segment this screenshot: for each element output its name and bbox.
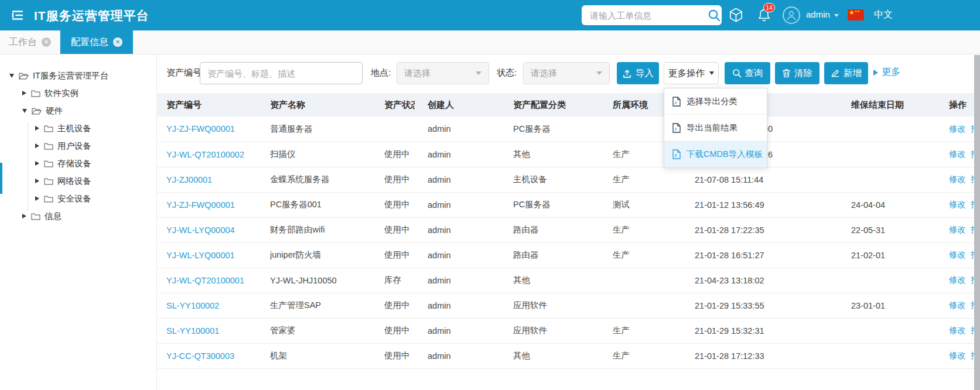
asset-id-link[interactable]: YJ-ZJ00001 bbox=[166, 175, 212, 184]
creator-cell: admin bbox=[415, 293, 513, 318]
close-tab-icon[interactable]: ✕ bbox=[113, 37, 122, 47]
expand-arrow-icon[interactable] bbox=[35, 143, 39, 148]
edit-link[interactable]: 修改 bbox=[949, 275, 966, 285]
actions-cell: 修改报 bbox=[937, 318, 974, 343]
asset-id-link[interactable]: SL-YY100002 bbox=[166, 301, 219, 310]
asset-name-cell: 财务部路由wifi bbox=[270, 217, 384, 242]
edit-link[interactable]: 修改 bbox=[949, 300, 966, 310]
asset-id-link[interactable]: YJ-CC-QT300003 bbox=[166, 351, 234, 361]
expand-arrow-icon[interactable] bbox=[22, 109, 27, 113]
asset-status-cell: 使用中 bbox=[384, 167, 415, 192]
search-icon[interactable] bbox=[708, 9, 721, 22]
expand-arrow-icon[interactable] bbox=[22, 91, 26, 95]
edit-link[interactable]: 修改 bbox=[949, 124, 966, 134]
order-search-input[interactable] bbox=[589, 10, 708, 21]
notifications-bell-icon[interactable]: 14 bbox=[757, 8, 772, 23]
expand-arrow-icon[interactable] bbox=[35, 126, 39, 131]
menu-item-download-cmdb-template[interactable]: x下载CMDB导入模板 bbox=[664, 141, 767, 167]
asset-id-cell: YJ-ZJ00001 bbox=[158, 167, 270, 192]
tree-item[interactable]: 软件实例 bbox=[0, 84, 156, 102]
language-switcher[interactable]: 中文 bbox=[874, 9, 893, 21]
folder-icon-wrap bbox=[31, 213, 45, 220]
edit-link[interactable]: 修改 bbox=[949, 200, 966, 209]
import-button[interactable]: 导入 bbox=[617, 62, 659, 84]
create-time-cell: 21-01-28 17:12:33 bbox=[695, 343, 851, 368]
more-operations-button[interactable]: 更多操作 bbox=[664, 62, 719, 84]
username-menu[interactable]: admin bbox=[806, 9, 839, 19]
warranty-end-cell: 23-01-01 bbox=[851, 293, 937, 318]
expand-arrow-icon[interactable] bbox=[35, 161, 39, 166]
tree-item[interactable]: 信息 bbox=[0, 207, 156, 225]
close-tab-icon[interactable]: ✕ bbox=[42, 37, 51, 47]
tree-item[interactable]: 用户设备 bbox=[0, 137, 156, 155]
asset-status-cell: 使用中 bbox=[384, 217, 415, 242]
expand-arrow-icon[interactable] bbox=[35, 196, 39, 201]
folder-icon-wrap bbox=[19, 72, 33, 80]
category-cell: 应用软件 bbox=[513, 318, 613, 343]
asset-id-link[interactable]: YJ-ZJ-FWQ00001 bbox=[166, 124, 235, 134]
actions-cell: 修改报 bbox=[937, 217, 974, 242]
apps-cube-icon[interactable] bbox=[728, 7, 744, 25]
table-row: YJ-ZJ00001金蝶系统服务器使用中admin主机设备生产21-07-08 … bbox=[158, 167, 974, 192]
edit-link[interactable]: 修改 bbox=[949, 326, 966, 335]
user-avatar[interactable] bbox=[783, 6, 800, 24]
folder-icon bbox=[44, 125, 53, 132]
asset-name-cell: 生产管理SAP bbox=[270, 293, 384, 318]
more-filters-link[interactable]: 更多 bbox=[873, 66, 900, 78]
asset-id-link[interactable]: YJ-WL-LYQ00004 bbox=[166, 225, 235, 235]
tree-item[interactable]: IT服务运营管理平台 bbox=[0, 67, 156, 84]
username-label: admin bbox=[806, 9, 830, 19]
column-header: 资产编号 bbox=[158, 93, 270, 117]
column-header: 操作 bbox=[937, 93, 974, 117]
tree-item[interactable]: 存储设备 bbox=[0, 155, 156, 172]
asset-name-cell: YJ-WL-JHJ10050 bbox=[270, 268, 384, 293]
asset-no-input[interactable] bbox=[200, 62, 363, 84]
tree-item[interactable]: 网络设备 bbox=[0, 172, 156, 190]
location-select[interactable]: 请选择 bbox=[397, 62, 489, 84]
menu-item-export-current-result[interactable]: x导出当前结果 bbox=[664, 115, 767, 141]
asset-id-link[interactable]: SL-YY100001 bbox=[166, 326, 219, 336]
category-cell: 其他 bbox=[513, 142, 613, 167]
clear-button[interactable]: 清除 bbox=[775, 62, 819, 84]
vertical-scrollbar[interactable] bbox=[974, 55, 980, 390]
expand-arrow-icon[interactable] bbox=[22, 214, 26, 218]
warranty-end-cell: 21-02-01 bbox=[851, 242, 937, 268]
create-time-cell: 21-01-12 13:56:49 bbox=[695, 192, 851, 217]
query-button[interactable]: 查询 bbox=[725, 62, 770, 84]
asset-id-link[interactable]: YJ-WL-LYQ00001 bbox=[166, 251, 235, 260]
edit-link[interactable]: 修改 bbox=[949, 351, 966, 360]
status-select[interactable]: 请选择 bbox=[523, 62, 610, 84]
environment-cell: 生产 bbox=[613, 242, 695, 268]
open-folder-icon bbox=[19, 72, 29, 80]
edit-link[interactable]: 修改 bbox=[949, 250, 966, 259]
asset-id-link[interactable]: YJ-WL-QT20100001 bbox=[166, 276, 244, 285]
excel-file-icon-wrap: x bbox=[672, 97, 681, 107]
excel-file-icon-wrap: x bbox=[672, 123, 681, 133]
china-flag-icon[interactable]: ★★★ bbox=[848, 9, 864, 20]
folder-icon-wrap bbox=[31, 90, 45, 97]
tab-config-info[interactable]: 配置信息 ✕ bbox=[60, 30, 133, 54]
menu-item-label: 选择导出分类 bbox=[687, 96, 737, 107]
environment-cell: 生产 bbox=[613, 217, 695, 242]
edit-link[interactable]: 修改 bbox=[949, 149, 966, 159]
tree-item[interactable]: 硬件 bbox=[0, 102, 156, 119]
edit-link[interactable]: 修改 bbox=[949, 175, 966, 184]
asset-id-link[interactable]: YJ-ZJ-FWQ00001 bbox=[166, 200, 235, 210]
table-row: YJ-WL-QT20100001YJ-WL-JHJ10050库存admin其他2… bbox=[158, 268, 974, 293]
collapse-sidebar-icon[interactable] bbox=[11, 8, 25, 22]
expand-arrow-icon[interactable] bbox=[35, 179, 39, 183]
asset-name-cell: 普通服务器 bbox=[270, 117, 384, 142]
folder-icon bbox=[31, 90, 40, 97]
asset-status-cell: 使用中 bbox=[384, 343, 415, 368]
asset-id-link[interactable]: YJ-WL-QT20100002 bbox=[166, 150, 244, 159]
add-button[interactable]: 新增 bbox=[824, 62, 868, 84]
tab-workbench[interactable]: 工作台 ✕ bbox=[0, 30, 60, 54]
tree-item[interactable]: 安全设备 bbox=[0, 190, 156, 207]
menu-item-select-export-category[interactable]: x选择导出分类 bbox=[664, 88, 767, 115]
asset-status-cell: 使用中 bbox=[384, 318, 415, 343]
edit-link[interactable]: 修改 bbox=[949, 225, 966, 234]
excel-file-icon: x bbox=[672, 149, 681, 159]
expand-arrow-icon[interactable] bbox=[9, 74, 14, 78]
category-cell: PC服务器 bbox=[513, 192, 613, 217]
tree-item[interactable]: 主机设备 bbox=[0, 119, 156, 137]
